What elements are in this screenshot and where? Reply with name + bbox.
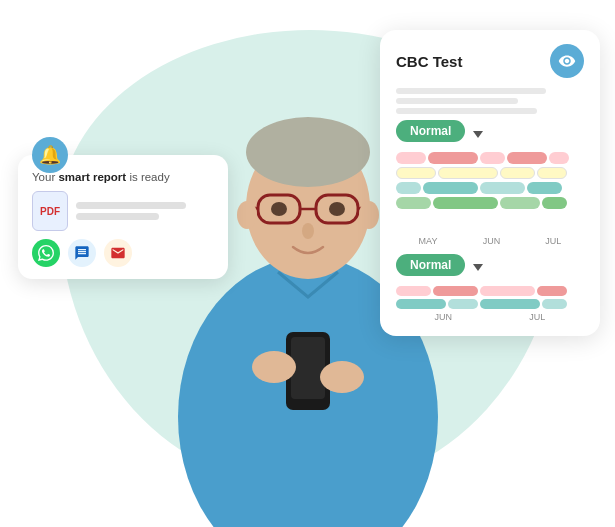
c2-seg-1: [396, 286, 431, 296]
pointer-2: [471, 264, 483, 271]
month-jun: JUN: [483, 236, 501, 246]
svg-point-11: [302, 223, 314, 239]
svg-point-12: [237, 201, 257, 229]
c2-seg-3: [480, 286, 535, 296]
seg-2-3: [500, 167, 535, 179]
whatsapp-share-icon[interactable]: [32, 239, 60, 267]
chart-2-row-1: [396, 286, 584, 296]
cbc-line-2: [396, 98, 518, 104]
seg-1-4: [507, 152, 547, 164]
seg-1-5: [549, 152, 569, 164]
chart-1: [396, 152, 584, 232]
seg-1-3: [480, 152, 505, 164]
seg-3-2: [423, 182, 478, 194]
chart-months-1: MAY JUN JUL: [396, 236, 584, 246]
seg-4-1: [396, 197, 431, 209]
c2-seg-7: [480, 299, 540, 309]
pdf-line-2: [76, 213, 159, 220]
seg-4-4: [542, 197, 567, 209]
notification-text: Your smart report is ready: [32, 171, 214, 183]
notification-card: 🔔 Your smart report is ready PDF: [18, 155, 228, 279]
chart-row-4: [396, 197, 584, 209]
seg-2-2: [438, 167, 498, 179]
seg-1-2: [428, 152, 478, 164]
c2-seg-4: [537, 286, 567, 296]
seg-3-1: [396, 182, 421, 194]
svg-rect-15: [291, 337, 325, 399]
notification-bell-icon: 🔔: [32, 137, 68, 173]
c2-seg-2: [433, 286, 478, 296]
cbc-title: CBC Test: [396, 53, 462, 70]
normal-badge-1: Normal: [396, 120, 465, 142]
seg-1-1: [396, 152, 426, 164]
svg-point-16: [252, 351, 296, 383]
seg-2-4: [537, 167, 567, 179]
c2-seg-5: [396, 299, 446, 309]
month-jun-2: JUN: [435, 312, 453, 322]
chart-row-1: [396, 152, 584, 164]
eye-icon[interactable]: [550, 44, 584, 78]
cbc-line-3: [396, 108, 537, 114]
gmail-share-icon[interactable]: [104, 239, 132, 267]
svg-point-3: [246, 117, 370, 187]
chart-2-row-2: [396, 299, 584, 309]
chart-row-3: [396, 182, 584, 194]
cbc-line-1: [396, 88, 546, 94]
month-jul-2: JUL: [529, 312, 545, 322]
normal-badge-2: Normal: [396, 254, 465, 276]
normal-badge-row-2: Normal: [396, 252, 584, 282]
cbc-header: CBC Test: [396, 44, 584, 78]
chart-row-2: [396, 167, 584, 179]
cbc-lines: [396, 88, 584, 114]
seg-2-1: [396, 167, 436, 179]
chart-2: [396, 286, 584, 309]
pointer-triangle-1: [473, 131, 483, 138]
c2-seg-6: [448, 299, 478, 309]
cbc-card: CBC Test Normal: [380, 30, 600, 336]
seg-3-4: [527, 182, 562, 194]
share-icons-row: [32, 239, 214, 267]
c2-seg-8: [542, 299, 567, 309]
svg-point-10: [329, 202, 345, 216]
pdf-lines: [76, 202, 214, 220]
svg-point-13: [359, 201, 379, 229]
month-may: MAY: [419, 236, 438, 246]
svg-point-17: [320, 361, 364, 393]
normal-badge-row-1: Normal: [396, 120, 584, 148]
pointer-1: [471, 131, 483, 138]
sms-share-icon[interactable]: [68, 239, 96, 267]
pdf-icon: PDF: [32, 191, 68, 231]
pdf-line-1: [76, 202, 186, 209]
pointer-triangle-2: [473, 264, 483, 271]
pdf-row: PDF: [32, 191, 214, 231]
svg-point-9: [271, 202, 287, 216]
seg-4-3: [500, 197, 540, 209]
chart-months-2: JUN JUL: [396, 312, 584, 322]
seg-3-3: [480, 182, 525, 194]
seg-4-2: [433, 197, 498, 209]
month-jul: JUL: [545, 236, 561, 246]
